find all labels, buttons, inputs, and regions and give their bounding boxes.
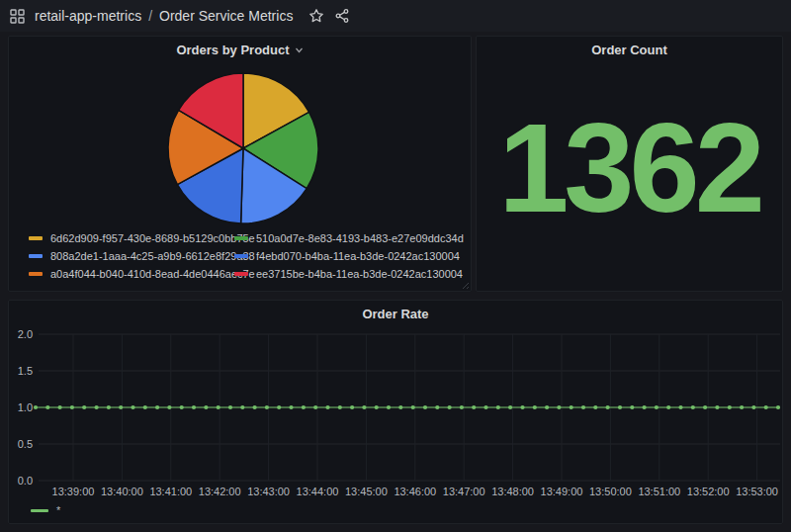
series-point <box>350 405 354 409</box>
legend-series-label: 6d62d909-f957-430e-8689-b5129c0bb75e <box>50 232 255 244</box>
series-point <box>143 405 147 409</box>
rate-panel-title-button[interactable]: Order Rate <box>9 301 782 326</box>
series-point <box>751 405 755 409</box>
x-axis-tick-label: 13:51:00 <box>638 486 680 497</box>
series-point <box>448 405 452 409</box>
order-count-panel: Order Count 1362 <box>476 36 783 292</box>
series-point <box>764 405 768 409</box>
series-point <box>45 405 49 409</box>
pie-legend-item[interactable]: 510a0d7e-8e83-4193-b483-e27e09ddc34d <box>234 231 464 245</box>
series-point <box>375 405 379 409</box>
series-point <box>423 405 427 409</box>
pie-panel-title: Orders by Product <box>176 43 289 57</box>
series-point <box>240 405 244 409</box>
y-axis-tick-label: 0.5 <box>18 438 33 450</box>
series-point <box>411 405 415 409</box>
x-axis-tick-label: 13:46:00 <box>394 486 436 497</box>
x-axis-tick-label: 13:39:00 <box>52 486 95 497</box>
pie-panel-title-button[interactable]: Orders by Product <box>9 37 471 62</box>
x-axis-tick-label: 13:45:00 <box>345 486 388 497</box>
series-point <box>313 405 317 409</box>
series-point <box>472 405 476 409</box>
legend-series-label: * <box>56 504 60 516</box>
series-point <box>520 405 524 409</box>
series-point <box>167 405 171 409</box>
series-point <box>107 405 111 409</box>
series-point <box>533 405 537 409</box>
legend-color-swatch <box>234 236 248 240</box>
series-point <box>703 405 707 409</box>
orders-by-product-panel: Orders by Product 6d62d909-f957-430e-868… <box>8 36 472 292</box>
series-point <box>228 405 232 409</box>
x-axis-tick-label: 13:48:00 <box>491 486 534 497</box>
pie-legend-item[interactable]: a0a4f044-b040-410d-8ead-4de0446aec7e <box>29 267 228 281</box>
series-point <box>398 405 402 409</box>
breadcrumb-dashboard-folder[interactable]: retail-app-metrics <box>35 8 141 24</box>
series-point <box>302 405 306 409</box>
series-point <box>131 405 134 409</box>
series-point <box>192 405 196 409</box>
series-point <box>678 405 682 409</box>
series-point <box>483 405 487 409</box>
series-point <box>155 405 159 409</box>
series-point <box>387 405 391 409</box>
legend-color-swatch <box>31 509 48 512</box>
legend-color-swatch <box>29 272 43 276</box>
count-panel-title: Order Count <box>591 43 667 57</box>
pie-legend-item[interactable]: 6d62d909-f957-430e-8689-b5129c0bb75e <box>29 231 228 245</box>
series-point <box>496 405 500 409</box>
rate-panel-title: Order Rate <box>362 307 428 321</box>
pie-legend-item[interactable]: f4ebd070-b4ba-11ea-b3de-0242ac130004 <box>234 249 464 263</box>
series-point <box>557 405 561 409</box>
star-icon[interactable] <box>308 8 324 24</box>
series-point <box>70 405 74 409</box>
series-point <box>740 405 744 409</box>
chevron-down-icon <box>295 45 304 54</box>
legend-color-swatch <box>29 236 43 240</box>
series-point <box>570 405 573 409</box>
top-navigation-bar: retail-app-metrics / Order Service Metri… <box>0 0 791 32</box>
breadcrumb-separator: / <box>148 8 152 24</box>
legend-series-label: 510a0d7e-8e83-4193-b483-e27e09ddc34d <box>256 232 464 244</box>
x-axis-tick-label: 13:44:00 <box>297 486 339 497</box>
y-axis-tick-label: 0.0 <box>18 475 33 487</box>
series-point <box>362 405 366 409</box>
x-axis-tick-label: 13:49:00 <box>541 486 583 497</box>
series-point <box>460 405 464 409</box>
series-point <box>34 405 38 409</box>
breadcrumb-page-title[interactable]: Order Service Metrics <box>159 8 293 24</box>
series-point <box>618 405 622 409</box>
series-point <box>204 405 208 409</box>
series-point <box>581 405 585 409</box>
series-point <box>338 405 342 409</box>
series-point <box>593 405 597 409</box>
series-point <box>82 405 86 409</box>
series-point <box>606 405 610 409</box>
series-point <box>277 405 281 409</box>
count-panel-title-button[interactable]: Order Count <box>477 37 782 62</box>
pie-legend-item[interactable]: ee3715be-b4ba-11ea-b3de-0242ac130004 <box>234 267 464 281</box>
dashboards-grid-icon[interactable] <box>10 9 25 24</box>
x-axis-tick-label: 13:42:00 <box>199 486 241 497</box>
series-point <box>655 405 659 409</box>
pie-legend-item[interactable]: 808a2de1-1aaa-4c25-a9b9-6612e8f29a38 <box>29 249 228 263</box>
series-point <box>325 405 329 409</box>
x-axis-tick-label: 13:47:00 <box>443 486 485 497</box>
x-axis-tick-label: 13:40:00 <box>101 486 143 497</box>
share-icon[interactable] <box>334 8 350 24</box>
series-point <box>630 405 634 409</box>
y-axis-tick-label: 1.0 <box>18 401 33 413</box>
rate-legend-item[interactable]: * <box>31 504 60 516</box>
order-rate-chart[interactable]: 0.00.51.01.52.013:39:0013:40:0013:41:001… <box>9 301 782 523</box>
x-axis-tick-label: 13:53:00 <box>736 486 778 497</box>
series-point <box>776 405 780 409</box>
series-point <box>691 405 695 409</box>
series-point <box>180 405 184 409</box>
series-point <box>253 405 257 409</box>
series-point <box>58 405 62 409</box>
series-point <box>643 405 647 409</box>
y-axis-tick-label: 1.5 <box>18 365 33 377</box>
pie-legend: 6d62d909-f957-430e-8689-b5129c0bb75e510a… <box>29 231 464 281</box>
legend-series-label: ee3715be-b4ba-11ea-b3de-0242ac130004 <box>256 268 463 280</box>
series-point <box>119 405 123 409</box>
